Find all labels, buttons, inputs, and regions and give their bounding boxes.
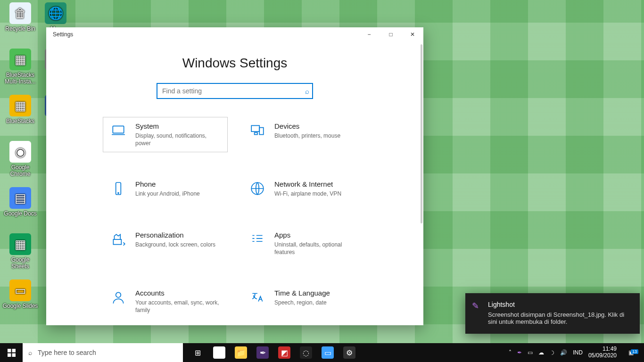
titlebar[interactable]: Settings − □ ✕ — [46, 27, 423, 41]
taskbar-app-app-red[interactable]: ◩ — [273, 343, 295, 362]
settings-search-input[interactable] — [157, 83, 313, 99]
tray-wifi-icon[interactable]: ◠ — [549, 350, 555, 355]
taskbar-app-lightshot[interactable]: ✒ — [252, 343, 273, 362]
taskbar-app-settings-app[interactable]: ⚙ — [339, 343, 360, 362]
svg-point-8 — [116, 292, 121, 297]
tray-volume-icon[interactable]: 🔊 — [560, 349, 567, 356]
notification-toast[interactable]: ✎ Lightshot Screenshot disimpan di Scree… — [465, 293, 640, 334]
lightshot-icon: ✎ — [472, 301, 479, 311]
notification-badge: 13 — [631, 349, 638, 354]
desktop-icon-gsheets[interactable]: ▦Google Sheets — [2, 233, 38, 270]
desktop-icon-gdocs[interactable]: ▤Google Docs — [2, 187, 38, 217]
taskbar-search-placeholder: Type here to search — [38, 349, 96, 356]
svg-rect-1 — [251, 125, 259, 132]
svg-rect-11 — [8, 353, 11, 356]
tile-title: Phone — [135, 180, 200, 188]
svg-rect-3 — [255, 132, 257, 134]
svg-rect-0 — [113, 126, 124, 133]
tile-desc: Your accounts, email, sync, work, family — [135, 299, 220, 314]
scrollbar[interactable] — [421, 44, 422, 223]
time-icon — [249, 289, 266, 306]
network-icon — [249, 180, 266, 197]
taskbar-app-app-blue[interactable]: ▭ — [317, 343, 339, 362]
apps-icon — [249, 231, 266, 248]
desktop-icon-bluestacks-mi[interactable]: ▦BlueStacks Multi-Insta... — [2, 49, 38, 85]
accounts-icon — [110, 289, 127, 306]
taskbar-app-file-explorer[interactable]: 📁 — [230, 343, 252, 362]
settings-tile-phone[interactable]: PhoneLink your Android, iPhone — [103, 175, 228, 203]
tile-title: Devices — [274, 122, 340, 130]
window-title: Settings — [53, 31, 73, 38]
taskbar-app-chrome[interactable]: ◉ — [208, 343, 230, 362]
system-icon — [110, 122, 127, 139]
toast-app-name: Lightshot — [488, 301, 630, 308]
phone-icon — [110, 180, 127, 197]
maximize-button[interactable]: □ — [380, 27, 402, 41]
tile-title: Accounts — [135, 289, 220, 297]
settings-tile-network[interactable]: Network & InternetWi-Fi, airplane mode, … — [242, 175, 367, 203]
toast-body: Screenshot disimpan di Screenshot_18.jpg… — [488, 311, 630, 325]
tile-title: Apps — [274, 231, 359, 239]
devices-icon — [249, 122, 266, 139]
settings-tile-system[interactable]: SystemDisplay, sound, notifications, pow… — [103, 117, 228, 152]
tile-title: Personalization — [135, 231, 215, 239]
tile-title: System — [135, 122, 220, 130]
tile-desc: Background, lock screen, colors — [135, 241, 215, 248]
taskbar-app-app-circle[interactable]: ◌ — [295, 343, 317, 362]
tile-desc: Bluetooth, printers, mouse — [274, 132, 340, 140]
svg-rect-12 — [12, 353, 15, 356]
tray-battery-icon[interactable]: ▭ — [528, 349, 533, 356]
search-icon: ⌕ — [305, 87, 309, 95]
svg-point-5 — [118, 193, 119, 194]
system-tray: ˄ ✒ ▭ ☁ ◠ 🔊 IND 11:49 05/09/2020 ▣ 13 — [504, 343, 644, 362]
settings-grid: SystemDisplay, sound, notifications, pow… — [103, 117, 367, 319]
tray-clock[interactable]: 11:49 05/09/2020 — [588, 346, 617, 359]
taskbar-apps: ⊞◉📁✒◩◌▭⚙ — [187, 343, 360, 362]
page-title: Windows Settings — [46, 56, 423, 71]
settings-tile-apps[interactable]: AppsUninstall, defaults, optional featur… — [242, 226, 367, 261]
tile-title: Network & Internet — [274, 180, 341, 188]
tile-desc: Wi-Fi, airplane mode, VPN — [274, 190, 341, 197]
desktop-icon-chrome[interactable]: ◉Google Chrome — [2, 141, 38, 177]
close-button[interactable]: ✕ — [402, 27, 423, 41]
settings-tile-time[interactable]: Time & LanguageSpeech, region, date — [242, 284, 367, 319]
tray-language[interactable]: IND — [573, 349, 583, 356]
desktop[interactable]: 🗑Recycle Bin🌐M…▦BlueStacks Multi-Insta..… — [0, 0, 644, 362]
tile-desc: Display, sound, notifications, power — [135, 132, 220, 147]
taskbar-app-task-view[interactable]: ⊞ — [187, 343, 208, 362]
tray-chevron-icon[interactable]: ˄ — [509, 349, 512, 356]
tile-desc: Speech, region, date — [274, 299, 330, 306]
start-button[interactable] — [0, 343, 23, 362]
tray-cloud-icon[interactable]: ☁ — [538, 349, 544, 356]
settings-tile-personalization[interactable]: PersonalizationBackground, lock screen, … — [103, 226, 228, 261]
settings-tile-devices[interactable]: DevicesBluetooth, printers, mouse — [242, 117, 367, 152]
desktop-icon-recycle-bin[interactable]: 🗑Recycle Bin — [2, 2, 38, 32]
desktop-icon-gslides[interactable]: ▭Google Slides — [2, 280, 38, 309]
taskbar: ⌕ Type here to search ⊞◉📁✒◩◌▭⚙ ˄ ✒ ▭ ☁ ◠… — [0, 343, 644, 362]
settings-tile-accounts[interactable]: AccountsYour accounts, email, sync, work… — [103, 284, 228, 319]
personalization-icon — [110, 231, 127, 248]
tray-feather-icon[interactable]: ✒ — [517, 349, 522, 356]
minimize-button[interactable]: − — [358, 27, 380, 41]
taskbar-search[interactable]: ⌕ Type here to search — [23, 343, 183, 362]
svg-rect-9 — [8, 349, 11, 352]
svg-rect-7 — [113, 239, 121, 245]
svg-rect-2 — [259, 128, 264, 135]
tile-desc: Uninstall, defaults, optional features — [274, 241, 359, 256]
desktop-icon-bluestacks[interactable]: ▦BlueStacks — [2, 95, 38, 124]
settings-window: Settings − □ ✕ Windows Settings ⌕ System… — [46, 27, 423, 325]
tile-title: Time & Language — [274, 289, 330, 297]
action-center-icon[interactable]: ▣ 13 — [622, 349, 639, 356]
svg-rect-10 — [12, 349, 15, 352]
search-icon: ⌕ — [28, 349, 32, 356]
tile-desc: Link your Android, iPhone — [135, 190, 200, 197]
